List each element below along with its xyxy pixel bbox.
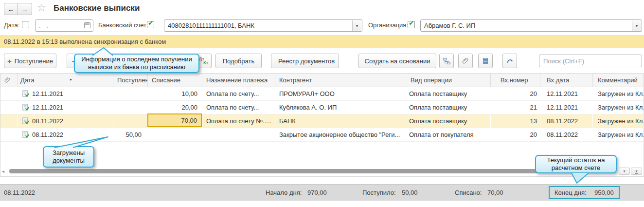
contragent-cell[interactable]: Закрытое акционерное общество "Реги... [275, 128, 404, 141]
org-filter-checkbox[interactable] [408, 21, 415, 28]
document-posted-icon [22, 90, 29, 97]
registry-button[interactable]: Реестр документов [271, 54, 339, 68]
scroll-down-button[interactable]: ▾ [619, 168, 630, 175]
account-filter-value: 40802810111111111001, БАНК [168, 22, 254, 29]
selected-cell[interactable]: 70,00 [147, 113, 202, 127]
column-header-indate[interactable]: Вх.дата [540, 74, 593, 87]
purpose-cell[interactable]: Оплата по счету... [202, 101, 275, 114]
indate-cell[interactable]: 08.11.2022 [540, 128, 593, 141]
purpose-cell[interactable] [202, 128, 275, 141]
start-of-day-value: 970,00 [307, 185, 327, 201]
start-of-day-label: Начало дня: [266, 185, 302, 201]
innum-cell[interactable]: 13 [491, 114, 540, 128]
totals-date: 08.11.2022 [4, 185, 35, 201]
bank-statements-window: ← → ☆ Банковские выписки Дата: . . Банко… [0, 0, 644, 207]
calendar-icon[interactable] [84, 22, 90, 28]
curved-arrow-icon [506, 57, 514, 65]
column-header-purpose[interactable]: Назначение платежа [202, 74, 275, 87]
org-filter-combo[interactable]: Абрамов Г. С. ИП ▾ [420, 19, 642, 32]
create-based-button-label: Создать на основании [365, 57, 430, 65]
back-button[interactable]: ← [4, 3, 18, 15]
purpose-cell[interactable]: Оплата по счету... [202, 87, 275, 100]
in-amount-cell[interactable] [113, 114, 148, 128]
receipt-button[interactable]: + Поступление [4, 54, 56, 68]
comment-cell[interactable]: Загружен из Кл. [593, 114, 644, 128]
registers-button[interactable] [478, 54, 493, 68]
purpose-cell[interactable]: Оплата по счету №..... [202, 114, 275, 128]
written-off-value: 70,00 [487, 185, 503, 201]
scroll-left-icon[interactable]: ◂ [2, 169, 4, 174]
document-posted-icon [22, 117, 29, 125]
date-filter-label: Дата: [4, 21, 19, 29]
structure-button[interactable] [439, 54, 454, 68]
table-row[interactable]: 12.11.2021 10,00 Оплата по счету... ПРОМ… [0, 87, 644, 101]
contragent-cell[interactable]: БАНК [275, 114, 404, 128]
filter-bar: Дата: . . Банковский счет: 4080281011111… [0, 19, 644, 32]
current-balance-tooltip: Текущий остаток на расчетном счете [535, 155, 617, 173]
account-filter-combo[interactable]: 40802810111111111001, БАНК ▾ [164, 19, 362, 32]
org-filter-value: Абрамов Г. С. ИП [424, 22, 475, 29]
paperclip-icon [462, 57, 469, 64]
optype-cell[interactable]: Оплата поставщику [404, 101, 491, 114]
out-amount-cell[interactable] [148, 128, 202, 141]
innum-cell[interactable]: 21 [491, 101, 540, 114]
out-amount-cell[interactable]: 10,00 [148, 87, 202, 100]
comment-cell[interactable]: Загружен из Кл. [593, 87, 644, 100]
forward-arrow-icon: → [21, 5, 29, 13]
contragent-cell[interactable]: ПРОМУРАЛ+ ООО [275, 87, 404, 100]
document-posted-icon [22, 104, 29, 111]
pick-button[interactable]: Подобрать [215, 54, 262, 68]
contragent-cell[interactable]: Кублякова А. О. ИП [275, 101, 404, 114]
comment-cell[interactable]: Загружен из Кл. [593, 128, 644, 141]
indate-cell[interactable]: 12.11.2021 [540, 101, 593, 114]
indate-cell[interactable]: 12.11.2021 [540, 87, 593, 100]
scrollbar-thumb[interactable] [9, 169, 610, 173]
chevron-down-icon[interactable]: ▾ [352, 20, 361, 31]
date-cell[interactable]: 08.11.2022 [18, 114, 113, 128]
indate-cell[interactable]: 08.11.2022 [540, 114, 593, 128]
optype-cell[interactable]: Оплата поставщику [404, 87, 491, 100]
favorite-star-icon[interactable]: ☆ [37, 2, 46, 14]
column-header-comment[interactable]: Комментарий [593, 74, 644, 87]
column-header-optype[interactable]: Вид операции [404, 74, 491, 87]
date-cell[interactable]: 12.11.2021 [18, 101, 113, 114]
comment-cell[interactable]: Загружен из Кл. [593, 101, 644, 114]
account-filter-checkbox[interactable] [147, 21, 154, 28]
date-cell[interactable]: 08.11.2022 [18, 128, 113, 141]
table-row[interactable]: 12.11.2021 20,00 Оплата по счету... Кубл… [0, 101, 644, 114]
table-header: Дата ▼ Поступление Списание Назначение п… [0, 74, 644, 87]
column-header-in[interactable]: Поступление [113, 74, 148, 87]
in-amount-cell[interactable]: 50,00 [113, 128, 148, 141]
scroll-to-end-button[interactable]: ▾ [631, 168, 642, 175]
optype-cell[interactable]: Оплата поставщику [404, 114, 491, 128]
out-amount-cell[interactable]: 20,00 [148, 101, 202, 114]
pick-button-label: Подобрать [223, 57, 254, 65]
column-header-contragent[interactable]: Контрагент [275, 74, 404, 87]
date-filter-checkbox[interactable] [22, 21, 29, 28]
attachments-button[interactable] [458, 54, 473, 68]
attachment-cell [0, 87, 18, 100]
optype-cell[interactable]: Оплата от покупателя [404, 128, 491, 141]
title-bar: ← → ☆ Банковские выписки [0, 0, 644, 18]
sync-notice-bar[interactable]: 08.11.2022 в 15:13 выполнена синхронизац… [0, 35, 644, 48]
column-header-innum[interactable]: Вх.номер [491, 74, 540, 87]
go-to-button[interactable] [502, 54, 517, 68]
attachment-column-header[interactable] [0, 74, 18, 87]
chevron-down-to-line-icon: ▾ [635, 169, 637, 174]
column-header-out[interactable]: Списание [148, 74, 202, 87]
table-row[interactable]: 08.11.2022 70,00 Оплата по счету №..... … [0, 114, 644, 128]
date-filter-input[interactable]: . . [35, 19, 93, 32]
page-title: Банковские выписки [54, 3, 140, 13]
create-based-button[interactable]: Создать на основании [358, 54, 436, 68]
column-header-date[interactable]: Дата ▼ [18, 74, 113, 87]
in-amount-cell[interactable] [113, 87, 148, 100]
forward-button[interactable]: → [18, 3, 32, 15]
innum-cell[interactable]: 20 [491, 87, 540, 100]
registry-button-label: Реестр документов [278, 57, 335, 65]
table-row[interactable]: 08.11.2022 50,00 Закрытое акционерное об… [0, 128, 644, 142]
search-input[interactable] [539, 55, 642, 67]
date-cell[interactable]: 12.11.2021 [18, 87, 113, 100]
in-amount-cell[interactable] [113, 101, 148, 114]
innum-cell[interactable]: 20 [491, 128, 540, 141]
chevron-down-icon[interactable]: ▾ [632, 20, 641, 31]
